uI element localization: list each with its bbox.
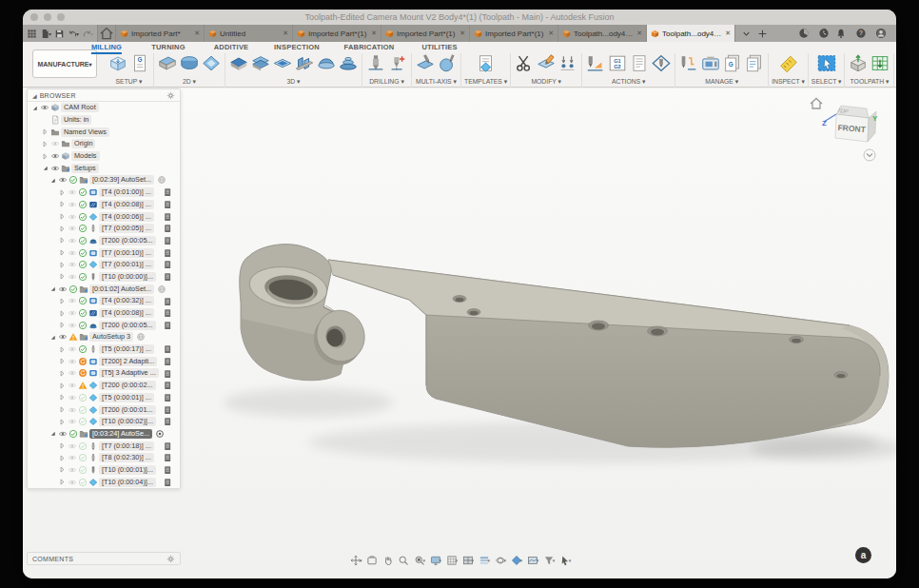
document-tab[interactable]: Imported Part*(1)✕	[470, 25, 558, 42]
sheetdoc-tool-button[interactable]	[629, 53, 650, 77]
browser-header[interactable]: ◢ BROWSER	[28, 89, 180, 102]
wall-tool-button[interactable]	[294, 53, 315, 77]
assistant-button[interactable]: a	[855, 547, 871, 563]
visibility-eye-icon[interactable]	[50, 151, 60, 161]
display-settings-button[interactable]: ▾	[430, 555, 442, 566]
browser-row[interactable]: [T7 (0:00:01)] ...	[28, 259, 180, 271]
viewcube-cube[interactable]: FRONT TOP	[835, 106, 876, 142]
pan-hand-button[interactable]	[382, 555, 394, 566]
ribbon-group-label[interactable]: ACTIONS ▾	[612, 78, 646, 86]
expand-closed-icon[interactable]	[58, 212, 67, 221]
browser-row[interactable]: [T200 (0:00:01...	[28, 403, 180, 416]
undo-dropdown-caret[interactable]: ▾	[76, 30, 79, 37]
grids-dropdown-caret[interactable]: ▾	[456, 558, 459, 563]
document-tab[interactable]: Toolpath...ody4*(1)✕	[647, 25, 735, 42]
ribbon-group-label[interactable]: SELECT ▾	[811, 78, 842, 86]
expand-closed-icon[interactable]	[58, 261, 67, 269]
document-tab[interactable]: Imported Part*(1)✕	[293, 25, 381, 42]
orbit-dropdown-caret[interactable]: ▾	[504, 558, 507, 563]
operation-notes-icon[interactable]	[163, 393, 172, 402]
document-tab[interactable]: Imported Part*(1)✕	[381, 25, 470, 42]
visibility-eye-icon[interactable]	[58, 429, 68, 439]
profile-avatar[interactable]	[875, 28, 887, 39]
visibility-eye-icon[interactable]	[68, 224, 77, 233]
points-tool-button[interactable]	[557, 53, 578, 77]
visibility-eye-icon[interactable]	[68, 393, 77, 402]
browser-row[interactable]: Origin	[28, 138, 180, 150]
browser-row[interactable]: [0:02:39] AutoSet...	[28, 174, 180, 186]
operation-notes-icon[interactable]	[163, 248, 172, 258]
face-tool-button[interactable]	[157, 53, 178, 77]
operation-notes-icon[interactable]	[163, 200, 172, 209]
fit-button[interactable]	[366, 555, 378, 566]
browser-collapse-icon[interactable]: ◢	[32, 92, 37, 99]
comments-gear-icon[interactable]	[166, 555, 175, 563]
g1g2-tool-button[interactable]	[607, 53, 628, 77]
tab-close-icon[interactable]: ✕	[460, 29, 465, 37]
tool-tool-button[interactable]	[678, 53, 699, 77]
ribbon-tab-additive[interactable]: ADDITIVE	[214, 43, 249, 51]
operation-notes-icon[interactable]	[163, 224, 172, 233]
ribbon-group-label[interactable]: MULTI-AXIS ▾	[416, 78, 457, 86]
operation-notes-icon[interactable]	[163, 417, 172, 426]
browser-row[interactable]: [T7 (0:00:18)] ...	[28, 440, 180, 452]
browser-row[interactable]: [T200 (0:00:05...	[28, 319, 180, 331]
expand-closed-icon[interactable]	[58, 236, 67, 245]
expand-closed-icon[interactable]	[58, 321, 67, 329]
visibility-eye-icon[interactable]	[68, 417, 77, 426]
comments-bar[interactable]: COMMENTS	[27, 552, 181, 565]
selection-filter-button[interactable]: ▾	[543, 555, 556, 566]
post-tool-button[interactable]	[651, 53, 672, 77]
browser-row[interactable]: [T8 (0:02:30)] ...	[28, 452, 180, 464]
operation-notes-icon[interactable]	[163, 272, 172, 282]
cone-tool-button[interactable]	[338, 53, 359, 77]
drill-tool-button[interactable]	[365, 53, 386, 77]
boxup-tool-button[interactable]	[848, 53, 869, 77]
disc-tool-button[interactable]	[179, 53, 200, 77]
save-button[interactable]	[54, 29, 65, 39]
operation-notes-icon[interactable]	[163, 465, 172, 475]
notifications-icon[interactable]	[835, 28, 847, 39]
browser-row[interactable]: [0:01:02] AutoSet...	[28, 283, 180, 295]
expand-open-icon[interactable]	[49, 429, 57, 438]
operation-notes-icon[interactable]	[163, 260, 172, 269]
tab-close-icon[interactable]: ✕	[548, 29, 554, 37]
visibility-eye-icon[interactable]	[68, 200, 77, 209]
expand-closed-icon[interactable]	[58, 382, 67, 390]
visibility-eye-icon[interactable]	[58, 175, 68, 185]
visibility-eye-icon[interactable]	[68, 357, 77, 366]
3d-viewport[interactable]: FRONT TOP Z Y ◢ BROWSER CAM RootUnits: i…	[23, 88, 896, 578]
home-tab-button[interactable]	[97, 25, 116, 42]
browser-row[interactable]: [T4 (0:00:08)] ...	[28, 199, 180, 211]
grids-button[interactable]: ▾	[446, 555, 459, 566]
visibility-eye-icon[interactable]	[58, 284, 68, 294]
globe-icon[interactable]	[157, 284, 166, 294]
look-at-dropdown-caret[interactable]: ▾	[520, 558, 523, 563]
operation-notes-icon[interactable]	[163, 321, 172, 330]
ribbon-tab-fabrication[interactable]: FABRICATION	[344, 43, 395, 51]
new-tab-button[interactable]	[757, 29, 768, 39]
slab-tool-button[interactable]	[228, 53, 249, 77]
tab-close-icon[interactable]: ✕	[636, 29, 642, 37]
pan-button[interactable]: ▾	[350, 555, 362, 566]
zoom-window-dropdown-caret[interactable]: ▾	[423, 558, 426, 563]
visibility-eye-icon[interactable]	[68, 248, 77, 258]
zoom-button[interactable]	[398, 555, 409, 566]
operation-notes-icon[interactable]	[163, 357, 172, 366]
tab-close-icon[interactable]: ✕	[194, 29, 200, 37]
visibility-eye-icon[interactable]	[68, 272, 77, 282]
visibility-eye-icon[interactable]	[58, 332, 68, 342]
tab-list-chevron-icon[interactable]	[741, 29, 752, 39]
gridbox-tool-button[interactable]	[870, 53, 890, 77]
machine-tool-button[interactable]	[700, 53, 721, 77]
operation-notes-icon[interactable]	[163, 405, 172, 415]
ribbon-group-label[interactable]: MODIFY ▾	[531, 78, 561, 86]
ribbon-group-label[interactable]: TOOLPATH ▾	[851, 78, 890, 86]
ground-plane-dropdown-caret[interactable]: ▾	[537, 558, 539, 563]
expand-open-icon[interactable]	[49, 284, 57, 293]
expand-closed-icon[interactable]	[58, 454, 67, 462]
browser-row[interactable]: [T7 (0:00:10)] ...	[28, 246, 180, 259]
visibility-eye-icon[interactable]	[68, 478, 77, 487]
ribbon-tab-utilities[interactable]: UTILITIES	[421, 43, 457, 51]
visibility-eye-icon[interactable]	[40, 103, 49, 112]
